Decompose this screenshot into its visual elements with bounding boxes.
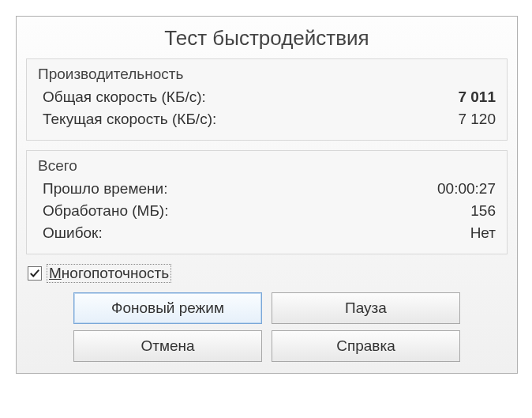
current-speed-row: Текущая скорость (КБ/с): 7 120	[38, 108, 496, 130]
multithreading-label: Многопоточность	[47, 264, 171, 283]
overall-speed-label: Общая скорость (КБ/с):	[43, 88, 206, 106]
overall-speed-value: 7 011	[458, 88, 496, 106]
pause-button[interactable]: Пауза	[272, 292, 460, 324]
processed-label: Обработано (МБ):	[43, 202, 168, 220]
multithreading-checkbox[interactable]	[28, 266, 42, 281]
button-grid: Фоновый режим Пауза Отмена Справка	[73, 292, 460, 362]
total-panel: Всего Прошло времени: 00:00:27 Обработан…	[26, 150, 508, 254]
background-mode-button[interactable]: Фоновый режим	[73, 292, 262, 324]
current-speed-value: 7 120	[458, 111, 496, 128]
cancel-button[interactable]: Отмена	[73, 330, 262, 362]
errors-value: Нет	[470, 224, 496, 242]
total-heading: Всего	[38, 157, 496, 175]
elapsed-value: 00:00:27	[437, 180, 496, 198]
help-button[interactable]: Справка	[272, 330, 460, 362]
errors-row: Ошибок: Нет	[38, 222, 496, 244]
elapsed-row: Прошло времени: 00:00:27	[38, 178, 496, 200]
performance-panel: Производительность Общая скорость (КБ/с)…	[26, 58, 508, 141]
current-speed-label: Текущая скорость (КБ/с):	[43, 111, 216, 128]
dialog-title: Тест быстродействия	[26, 21, 508, 58]
errors-label: Ошибок:	[43, 224, 103, 242]
performance-test-dialog: Тест быстродействия Производительность О…	[16, 16, 518, 374]
checkmark-icon	[29, 268, 40, 279]
elapsed-label: Прошло времени:	[43, 180, 167, 198]
processed-value: 156	[470, 202, 496, 220]
performance-heading: Производительность	[38, 66, 496, 83]
overall-speed-row: Общая скорость (КБ/с): 7 011	[38, 86, 496, 108]
multithreading-checkbox-row[interactable]: Многопоточность	[28, 264, 508, 283]
processed-row: Обработано (МБ): 156	[38, 200, 496, 222]
